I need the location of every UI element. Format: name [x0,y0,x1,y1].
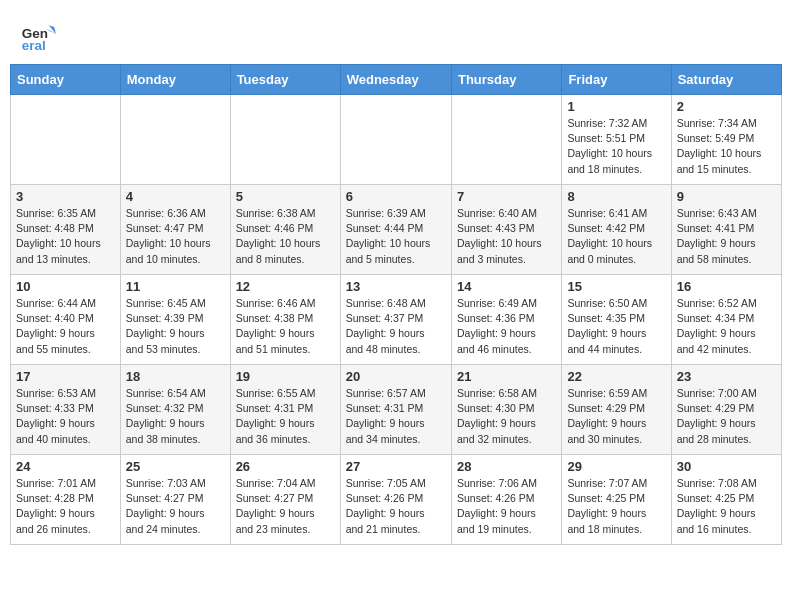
logo-icon: Gen eral [20,18,56,54]
day-header-tuesday: Tuesday [230,65,340,95]
day-info: Sunrise: 7:05 AM Sunset: 4:26 PM Dayligh… [346,476,446,537]
day-number: 5 [236,189,335,204]
day-info: Sunrise: 6:41 AM Sunset: 4:42 PM Dayligh… [567,206,665,267]
day-number: 2 [677,99,776,114]
page-header: Gen eral [0,0,792,64]
day-info: Sunrise: 7:01 AM Sunset: 4:28 PM Dayligh… [16,476,115,537]
logo: Gen eral [20,18,60,54]
calendar-cell: 29Sunrise: 7:07 AM Sunset: 4:25 PM Dayli… [562,455,671,545]
calendar-cell: 20Sunrise: 6:57 AM Sunset: 4:31 PM Dayli… [340,365,451,455]
day-info: Sunrise: 6:48 AM Sunset: 4:37 PM Dayligh… [346,296,446,357]
day-info: Sunrise: 7:06 AM Sunset: 4:26 PM Dayligh… [457,476,556,537]
calendar-cell: 30Sunrise: 7:08 AM Sunset: 4:25 PM Dayli… [671,455,781,545]
calendar-cell: 15Sunrise: 6:50 AM Sunset: 4:35 PM Dayli… [562,275,671,365]
day-number: 20 [346,369,446,384]
day-number: 12 [236,279,335,294]
day-header-friday: Friday [562,65,671,95]
svg-text:eral: eral [22,38,46,53]
day-info: Sunrise: 6:57 AM Sunset: 4:31 PM Dayligh… [346,386,446,447]
calendar-cell: 19Sunrise: 6:55 AM Sunset: 4:31 PM Dayli… [230,365,340,455]
day-info: Sunrise: 6:55 AM Sunset: 4:31 PM Dayligh… [236,386,335,447]
day-info: Sunrise: 6:49 AM Sunset: 4:36 PM Dayligh… [457,296,556,357]
day-info: Sunrise: 6:35 AM Sunset: 4:48 PM Dayligh… [16,206,115,267]
calendar-cell: 3Sunrise: 6:35 AM Sunset: 4:48 PM Daylig… [11,185,121,275]
calendar-cell: 11Sunrise: 6:45 AM Sunset: 4:39 PM Dayli… [120,275,230,365]
day-number: 18 [126,369,225,384]
day-number: 25 [126,459,225,474]
calendar-cell: 18Sunrise: 6:54 AM Sunset: 4:32 PM Dayli… [120,365,230,455]
day-info: Sunrise: 6:38 AM Sunset: 4:46 PM Dayligh… [236,206,335,267]
day-info: Sunrise: 6:45 AM Sunset: 4:39 PM Dayligh… [126,296,225,357]
day-number: 30 [677,459,776,474]
day-info: Sunrise: 6:46 AM Sunset: 4:38 PM Dayligh… [236,296,335,357]
day-number: 26 [236,459,335,474]
calendar-cell: 9Sunrise: 6:43 AM Sunset: 4:41 PM Daylig… [671,185,781,275]
day-info: Sunrise: 7:32 AM Sunset: 5:51 PM Dayligh… [567,116,665,177]
calendar-cell: 12Sunrise: 6:46 AM Sunset: 4:38 PM Dayli… [230,275,340,365]
day-info: Sunrise: 6:43 AM Sunset: 4:41 PM Dayligh… [677,206,776,267]
calendar-week-row: 17Sunrise: 6:53 AM Sunset: 4:33 PM Dayli… [11,365,782,455]
calendar-cell [340,95,451,185]
calendar-week-row: 1Sunrise: 7:32 AM Sunset: 5:51 PM Daylig… [11,95,782,185]
calendar-cell: 17Sunrise: 6:53 AM Sunset: 4:33 PM Dayli… [11,365,121,455]
day-info: Sunrise: 7:34 AM Sunset: 5:49 PM Dayligh… [677,116,776,177]
calendar-cell: 8Sunrise: 6:41 AM Sunset: 4:42 PM Daylig… [562,185,671,275]
calendar-cell: 14Sunrise: 6:49 AM Sunset: 4:36 PM Dayli… [451,275,561,365]
calendar-cell: 1Sunrise: 7:32 AM Sunset: 5:51 PM Daylig… [562,95,671,185]
calendar-week-row: 3Sunrise: 6:35 AM Sunset: 4:48 PM Daylig… [11,185,782,275]
day-number: 22 [567,369,665,384]
day-number: 4 [126,189,225,204]
calendar-cell: 26Sunrise: 7:04 AM Sunset: 4:27 PM Dayli… [230,455,340,545]
day-number: 29 [567,459,665,474]
day-info: Sunrise: 6:39 AM Sunset: 4:44 PM Dayligh… [346,206,446,267]
calendar-cell: 5Sunrise: 6:38 AM Sunset: 4:46 PM Daylig… [230,185,340,275]
calendar-cell: 7Sunrise: 6:40 AM Sunset: 4:43 PM Daylig… [451,185,561,275]
day-number: 11 [126,279,225,294]
calendar-cell [230,95,340,185]
day-number: 7 [457,189,556,204]
day-header-thursday: Thursday [451,65,561,95]
calendar-cell: 24Sunrise: 7:01 AM Sunset: 4:28 PM Dayli… [11,455,121,545]
day-info: Sunrise: 6:36 AM Sunset: 4:47 PM Dayligh… [126,206,225,267]
calendar-cell [11,95,121,185]
day-number: 24 [16,459,115,474]
day-number: 14 [457,279,556,294]
calendar-cell: 22Sunrise: 6:59 AM Sunset: 4:29 PM Dayli… [562,365,671,455]
day-info: Sunrise: 7:03 AM Sunset: 4:27 PM Dayligh… [126,476,225,537]
day-number: 8 [567,189,665,204]
calendar-cell: 27Sunrise: 7:05 AM Sunset: 4:26 PM Dayli… [340,455,451,545]
day-number: 13 [346,279,446,294]
day-info: Sunrise: 7:08 AM Sunset: 4:25 PM Dayligh… [677,476,776,537]
svg-marker-2 [49,25,56,34]
day-header-wednesday: Wednesday [340,65,451,95]
day-number: 19 [236,369,335,384]
day-info: Sunrise: 6:52 AM Sunset: 4:34 PM Dayligh… [677,296,776,357]
day-number: 3 [16,189,115,204]
day-info: Sunrise: 6:53 AM Sunset: 4:33 PM Dayligh… [16,386,115,447]
day-number: 9 [677,189,776,204]
calendar-cell: 13Sunrise: 6:48 AM Sunset: 4:37 PM Dayli… [340,275,451,365]
calendar-cell: 6Sunrise: 6:39 AM Sunset: 4:44 PM Daylig… [340,185,451,275]
day-number: 15 [567,279,665,294]
calendar-cell [120,95,230,185]
calendar-week-row: 10Sunrise: 6:44 AM Sunset: 4:40 PM Dayli… [11,275,782,365]
calendar-cell: 28Sunrise: 7:06 AM Sunset: 4:26 PM Dayli… [451,455,561,545]
calendar-cell: 4Sunrise: 6:36 AM Sunset: 4:47 PM Daylig… [120,185,230,275]
day-info: Sunrise: 6:59 AM Sunset: 4:29 PM Dayligh… [567,386,665,447]
day-number: 16 [677,279,776,294]
day-info: Sunrise: 6:44 AM Sunset: 4:40 PM Dayligh… [16,296,115,357]
day-header-saturday: Saturday [671,65,781,95]
day-number: 23 [677,369,776,384]
day-number: 6 [346,189,446,204]
calendar-cell: 21Sunrise: 6:58 AM Sunset: 4:30 PM Dayli… [451,365,561,455]
day-info: Sunrise: 6:58 AM Sunset: 4:30 PM Dayligh… [457,386,556,447]
calendar-cell: 25Sunrise: 7:03 AM Sunset: 4:27 PM Dayli… [120,455,230,545]
day-info: Sunrise: 6:40 AM Sunset: 4:43 PM Dayligh… [457,206,556,267]
calendar-week-row: 24Sunrise: 7:01 AM Sunset: 4:28 PM Dayli… [11,455,782,545]
calendar-cell: 10Sunrise: 6:44 AM Sunset: 4:40 PM Dayli… [11,275,121,365]
calendar-table: SundayMondayTuesdayWednesdayThursdayFrid… [10,64,782,545]
day-info: Sunrise: 6:54 AM Sunset: 4:32 PM Dayligh… [126,386,225,447]
day-number: 1 [567,99,665,114]
day-info: Sunrise: 7:04 AM Sunset: 4:27 PM Dayligh… [236,476,335,537]
calendar-cell: 16Sunrise: 6:52 AM Sunset: 4:34 PM Dayli… [671,275,781,365]
